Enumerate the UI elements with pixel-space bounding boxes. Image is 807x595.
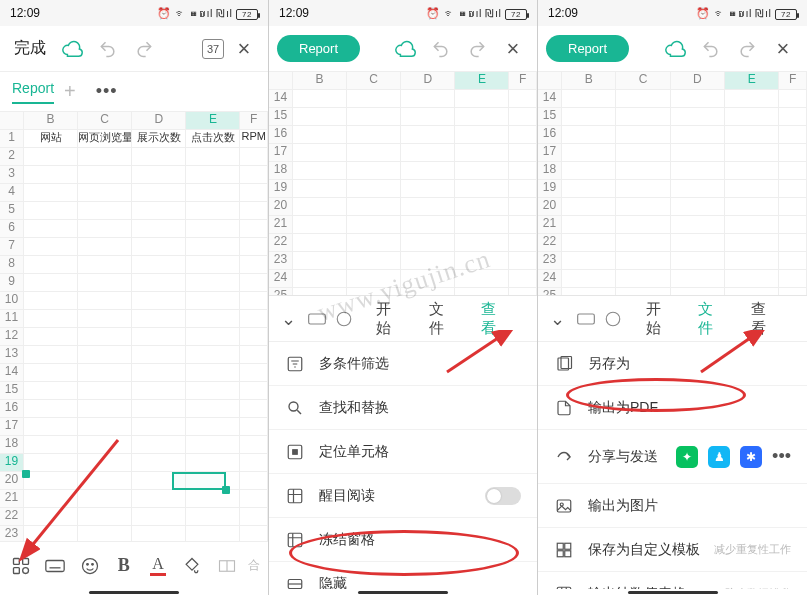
row[interactable]: 24 (538, 270, 807, 288)
row[interactable]: 18 (538, 162, 807, 180)
menu-item-values[interactable]: 输出纯数值表格防止数据错乱 (538, 572, 807, 589)
row[interactable]: 22 (0, 508, 268, 526)
row[interactable]: 7 (0, 238, 268, 256)
row[interactable]: 8 (0, 256, 268, 274)
collapse-icon[interactable]: ⌄ (546, 308, 569, 330)
row[interactable]: 18 (0, 436, 268, 454)
row[interactable]: 24 (269, 270, 537, 288)
close-icon[interactable]: × (228, 33, 260, 65)
row[interactable]: 20 (538, 198, 807, 216)
redo-icon[interactable] (128, 33, 160, 65)
redo-icon[interactable] (731, 33, 763, 65)
row[interactable]: 15 (269, 108, 537, 126)
row[interactable]: 3 (0, 166, 268, 184)
menu-item-pdf[interactable]: 输出为PDF (538, 386, 807, 430)
menu-item-search[interactable]: 查找和替换 (269, 386, 537, 430)
row[interactable]: 18 (269, 162, 537, 180)
row[interactable]: 1网站网页浏览量展示次数点击次数RPM (0, 130, 268, 148)
row[interactable]: 16 (538, 126, 807, 144)
fill-color-icon[interactable] (179, 553, 205, 579)
menu-item-share[interactable]: 分享与发送✦♟✱••• (538, 430, 807, 484)
row[interactable]: 6 (0, 220, 268, 238)
bold-icon[interactable]: B (111, 553, 137, 579)
calendar-icon[interactable]: 37 (202, 39, 224, 59)
tab-start[interactable]: 开始 (366, 300, 412, 338)
tab-view[interactable]: 查看 (471, 300, 517, 338)
row[interactable]: 16 (0, 400, 268, 418)
sheet-tab-report[interactable]: Report (12, 80, 54, 104)
row[interactable]: 15 (538, 108, 807, 126)
row[interactable]: 4 (0, 184, 268, 202)
keyboard-icon[interactable] (306, 307, 327, 331)
menu-item-template[interactable]: 保存为自定义模板减少重复性工作 (538, 528, 807, 572)
keyboard-icon[interactable] (42, 553, 68, 579)
row[interactable]: 16 (269, 126, 537, 144)
row[interactable]: 14 (269, 90, 537, 108)
tab-start[interactable]: 开始 (636, 300, 683, 338)
cloud-icon[interactable] (659, 33, 691, 65)
row[interactable]: 22 (538, 234, 807, 252)
redo-icon[interactable] (461, 33, 493, 65)
row[interactable]: 21 (538, 216, 807, 234)
row[interactable]: 11 (0, 310, 268, 328)
done-button[interactable]: 完成 (8, 34, 52, 63)
menu-item-image[interactable]: 输出为图片 (538, 484, 807, 528)
menu-item-locate[interactable]: 定位单元格 (269, 430, 537, 474)
undo-icon[interactable] (425, 33, 457, 65)
apps-icon[interactable] (8, 553, 34, 579)
undo-icon[interactable] (92, 33, 124, 65)
emoji-icon[interactable] (77, 553, 103, 579)
row[interactable]: 10 (0, 292, 268, 310)
menu-item-saveas[interactable]: 另存为 (538, 342, 807, 386)
row[interactable]: 23 (269, 252, 537, 270)
tab-file[interactable]: 文件 (688, 300, 735, 338)
cloud-icon[interactable] (389, 33, 421, 65)
row[interactable]: 12 (0, 328, 268, 346)
menu-item-hide[interactable]: 隐藏 (269, 562, 537, 589)
row[interactable]: 23 (538, 252, 807, 270)
row[interactable]: 9 (0, 274, 268, 292)
spreadsheet[interactable]: B C D E F 1网站网页浏览量展示次数点击次数RPM23456789101… (0, 112, 268, 541)
undo-icon[interactable] (695, 33, 727, 65)
report-pill[interactable]: Report (277, 35, 360, 62)
report-pill[interactable]: Report (546, 35, 629, 62)
row[interactable]: 14 (0, 364, 268, 382)
row[interactable]: 21 (269, 216, 537, 234)
row[interactable]: 22 (269, 234, 537, 252)
add-sheet-icon[interactable]: + (64, 80, 76, 103)
toggle[interactable] (485, 487, 521, 505)
merge-icon[interactable] (214, 553, 240, 579)
more-icon[interactable]: ••• (96, 81, 118, 102)
row[interactable]: 17 (269, 144, 537, 162)
close-icon[interactable]: × (767, 33, 799, 65)
menu-item-filter[interactable]: 多条件筛选 (269, 342, 537, 386)
close-icon[interactable]: × (497, 33, 529, 65)
row[interactable]: 15 (0, 382, 268, 400)
row[interactable]: 17 (538, 144, 807, 162)
row[interactable]: 13 (0, 346, 268, 364)
menu-item-label: 保存为自定义模板 (588, 541, 700, 559)
row[interactable]: 2 (0, 148, 268, 166)
more-icon[interactable]: ••• (772, 446, 791, 468)
row[interactable]: 20 (269, 198, 537, 216)
wechat-icon[interactable]: ✦ (676, 446, 698, 468)
row[interactable]: 5 (0, 202, 268, 220)
tab-file[interactable]: 文件 (419, 300, 465, 338)
menu-item-freeze[interactable]: 冻结窗格 (269, 518, 537, 562)
row[interactable]: 19 (269, 180, 537, 198)
collapse-icon[interactable]: ⌄ (277, 308, 300, 330)
row[interactable]: 19 (538, 180, 807, 198)
row[interactable]: 23 (0, 526, 268, 541)
row[interactable]: 14 (538, 90, 807, 108)
font-color-icon[interactable]: A (145, 553, 171, 579)
menu-item-focus[interactable]: 醒目阅读 (269, 474, 537, 518)
qq-icon[interactable]: ♟ (708, 446, 730, 468)
keyboard-icon[interactable] (575, 307, 596, 331)
tab-view[interactable]: 查看 (741, 300, 788, 338)
row[interactable]: 17 (0, 418, 268, 436)
emoji-icon[interactable] (602, 307, 623, 331)
app-icon[interactable]: ✱ (740, 446, 762, 468)
emoji-icon[interactable] (333, 307, 354, 331)
cloud-icon[interactable] (56, 33, 88, 65)
row[interactable]: 19 (0, 454, 268, 472)
